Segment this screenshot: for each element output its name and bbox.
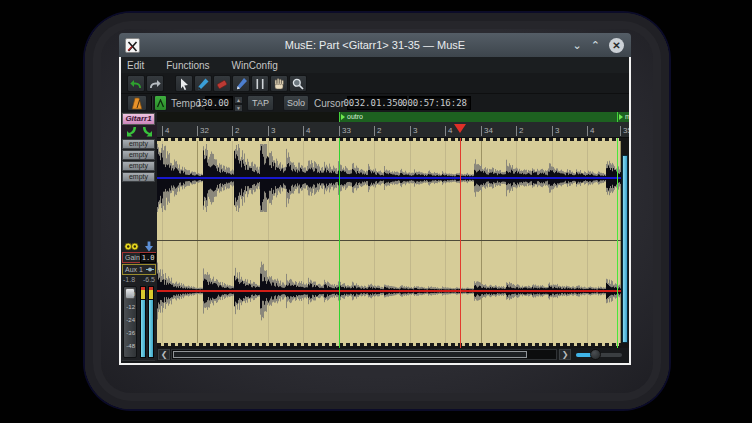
aux-knob-icon[interactable] — [145, 266, 155, 273]
marker-flag-icon — [341, 114, 345, 120]
marker-mo[interactable]: mo — [617, 112, 629, 122]
minimize-icon[interactable]: ⌄ — [573, 40, 582, 51]
route-row — [121, 240, 157, 252]
eraser-icon — [215, 77, 229, 91]
playhead-icon[interactable] — [454, 124, 466, 133]
draw-tool-button[interactable] — [232, 75, 250, 92]
part-name-badge[interactable]: Gitarr1 — [122, 113, 155, 125]
tap-button[interactable]: TAP — [247, 95, 274, 111]
spin-up-icon[interactable]: ▲ — [234, 96, 243, 104]
next-part-icon[interactable] — [141, 126, 153, 137]
waveform-canvas-area[interactable] — [157, 138, 621, 348]
window-content: EditFunctionsWinConfig — [119, 57, 631, 365]
ruler-tick: 4 — [303, 126, 310, 136]
arrow-down-icon[interactable] — [144, 241, 154, 252]
marker-flag-icon — [619, 114, 623, 120]
stereo-icon[interactable] — [124, 242, 139, 251]
time-ruler[interactable]: 432234332343423435 — [157, 122, 629, 138]
pointer-tool-button[interactable] — [175, 75, 193, 92]
undo-icon — [129, 77, 143, 91]
ruler-tick: 3 — [268, 126, 275, 136]
gain-row: Gain 1.0 — [122, 252, 156, 263]
fader-scale-label: -48 — [126, 343, 135, 349]
muse-window: MusE: Part <Gitarr1> 31-35 — MusE ⌄ ⌃ ✕ … — [119, 33, 631, 365]
menu-item-winconfig[interactable]: WinConfig — [232, 59, 286, 72]
eraser-tool-button[interactable] — [213, 75, 231, 92]
ruler-tick: 34 — [481, 126, 493, 136]
maximize-icon[interactable]: ⌃ — [591, 40, 600, 51]
fader-scale-label: -12 — [126, 304, 135, 310]
ruler-tick: 4 — [445, 126, 452, 136]
redo-button[interactable] — [146, 75, 164, 92]
scroll-right-icon[interactable]: ❯ — [559, 349, 571, 360]
peak-right-value: -6.5 — [143, 276, 155, 283]
pointer-icon — [177, 77, 191, 91]
tempo-value-field[interactable]: 130.00 — [205, 96, 233, 110]
wave-editor: Gitarr1 emptyemptyemptyempty — [121, 112, 629, 361]
marker-strip[interactable]: outromo — [157, 112, 629, 122]
hscroll-track[interactable] — [171, 349, 557, 360]
aux-label: Aux 1 — [123, 266, 143, 273]
ruler-tick: 4 — [162, 126, 169, 136]
marker-outro[interactable]: outro — [339, 112, 617, 122]
metronome-icon — [131, 97, 143, 110]
empty-slot-button[interactable]: empty — [122, 172, 155, 182]
cursor-bbt-field: 0032.01.350 — [347, 96, 407, 110]
edit-toolbar — [121, 73, 629, 93]
canvas-vertical-line — [460, 138, 461, 348]
spin-down-icon[interactable]: ▼ — [234, 104, 243, 112]
prev-part-icon[interactable] — [126, 126, 138, 137]
master-track-button[interactable] — [154, 95, 167, 111]
gain-value[interactable]: 1.0 — [140, 253, 157, 263]
master-track-icon — [156, 99, 165, 108]
zoom-tool-button[interactable] — [289, 75, 307, 92]
close-icon[interactable]: ✕ — [609, 38, 624, 53]
hscroll-thumb[interactable] — [173, 351, 527, 358]
fader-scale-label: -24 — [126, 317, 135, 323]
magnifier-icon — [291, 77, 305, 91]
hand-icon — [272, 77, 286, 91]
peak-values: -1.8 -6.5 — [123, 276, 155, 283]
vertical-zoom-scrollbar[interactable] — [622, 155, 628, 343]
ruler-tick: 3 — [552, 126, 559, 136]
ruler-tick: 4 — [587, 126, 594, 136]
title-bar[interactable]: MusE: Part <Gitarr1> 31-35 — MusE ⌄ ⌃ ✕ — [119, 33, 631, 57]
screen: MusE: Part <Gitarr1> 31-35 — MusE ⌄ ⌃ ✕ … — [0, 0, 752, 423]
ruler-tick: 3 — [410, 126, 417, 136]
scroll-left-icon[interactable]: ❮ — [158, 349, 170, 360]
cursor-time-field: 000:57:16:28 — [409, 96, 471, 110]
range-tool-button[interactable] — [251, 75, 269, 92]
pencil-tool-button[interactable] — [194, 75, 212, 92]
peak-left-value: -1.8 — [123, 276, 135, 283]
hzoom-slider[interactable] — [576, 353, 622, 357]
aux-row: Aux 1 — [122, 264, 156, 275]
solo-button[interactable]: Solo — [283, 95, 309, 111]
track-panel: Gitarr1 emptyemptyemptyempty — [121, 112, 157, 361]
ruler-tick: 32 — [197, 126, 209, 136]
canvas-vertical-line — [339, 138, 340, 348]
empty-slot-button[interactable]: empty — [122, 139, 155, 149]
ruler-tick: 33 — [339, 126, 351, 136]
draw-icon — [234, 77, 248, 91]
gain-label: Gain — [123, 254, 140, 261]
tempo-spinner[interactable]: ▲ ▼ — [234, 96, 243, 110]
meter-right — [148, 286, 154, 358]
fader-scale-label: -36 — [126, 330, 135, 336]
pan-tool-button[interactable] — [270, 75, 288, 92]
window-title: MusE: Part <Gitarr1> 31-35 — MusE — [119, 39, 631, 51]
volume-fader[interactable]: 0-12-24-36-48 — [123, 286, 137, 358]
transport-bar: Tempo: 130.00 ▲ ▼ TAP Solo Cursor 0032.0… — [121, 93, 629, 112]
menu-item-functions[interactable]: Functions — [166, 59, 217, 72]
metronome-button[interactable] — [127, 95, 147, 111]
fader-scale-label: 0 — [132, 291, 135, 297]
hzoom-knob[interactable] — [590, 349, 601, 360]
undo-button[interactable] — [127, 75, 145, 92]
empty-slot-button[interactable]: empty — [122, 150, 155, 160]
empty-slot-button[interactable]: empty — [122, 161, 155, 171]
waveform-canvas[interactable] — [157, 138, 621, 346]
menu-item-edit[interactable]: Edit — [127, 59, 152, 72]
ruler-tick: 2 — [374, 126, 381, 136]
level-db-display[interactable]: 1.0 dB — [122, 360, 155, 361]
range-icon — [253, 77, 267, 91]
ruler-tick: 2 — [232, 126, 239, 136]
